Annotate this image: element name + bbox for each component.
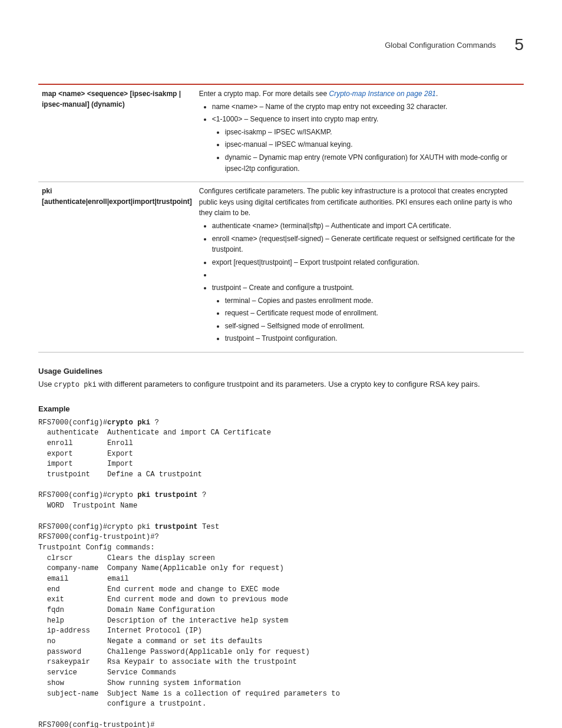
code-line: clrscr Clears the display screen — [38, 554, 215, 562]
code-line: service Service Commands — [38, 668, 176, 677]
table-row: pki [authenticate|enroll|export|import|t… — [38, 182, 524, 353]
list-item: self-signed – Selfsigned mode of enrollm… — [225, 321, 520, 332]
code-line: email email — [38, 575, 129, 583]
code-line: import Import — [38, 460, 133, 468]
code-line: company-name Company Name(Applicable onl… — [38, 564, 284, 572]
command-table: map <name> <sequence> [ipsec-isakmp | ip… — [38, 84, 524, 353]
list-item: terminal – Copies and pastes enrollment … — [225, 295, 520, 307]
page-header: Global Configuration Commands 5 — [38, 35, 524, 54]
code-line: RFS7000(config)#crypto pki trustpoint Te… — [38, 523, 219, 531]
list-item-text: trustpoint – Create and configure a trus… — [212, 284, 354, 292]
cross-ref-link[interactable]: Crypto-map Instance on page 281 — [329, 90, 436, 98]
code-line: rsakeypair Rsa Keypair to associate with… — [38, 658, 297, 666]
example-heading: Example — [38, 404, 524, 413]
desc-text: . — [436, 90, 438, 98]
desc-text: Enter a crypto map. For more details see — [199, 90, 329, 98]
code-line: show Show running system information — [38, 679, 241, 687]
list-item: request – Certificate request mode of en… — [225, 308, 520, 319]
code-line: trustpoint Define a CA trustpoint — [38, 470, 202, 479]
code-line: WORD Trustpoint Name — [38, 502, 137, 510]
list-item: trustpoint – Trustpoint configuration. — [225, 333, 520, 344]
table-row: map <name> <sequence> [ipsec-isakmp | ip… — [38, 84, 524, 182]
list-item-text: <1-1000> – Sequence to insert into crypt… — [212, 115, 379, 123]
list-item: name <name> – Name of the crypto map ent… — [212, 101, 520, 113]
code-line: export Export — [38, 450, 133, 458]
code-line: no Negate a command or set its defaults — [38, 637, 262, 645]
code-line: RFS7000(config)#crypto pki ? — [38, 419, 159, 427]
list-item: authenticate <name> (terminal|sftp) – Au… — [212, 220, 520, 232]
list-item: <1-1000> – Sequence to insert into crypt… — [212, 114, 520, 174]
desc-text: Configures certificate parameters. The p… — [199, 187, 513, 217]
bullet-list: name <name> – Name of the crypto map ent… — [199, 101, 520, 174]
code-line: configure a trustpoint. — [38, 700, 206, 708]
cmd-syntax: pki [authenticate|enroll|export|import|t… — [38, 182, 196, 353]
inline-code: crypto pki — [54, 381, 97, 389]
code-line: authenticate Authenticate and import CA … — [38, 429, 271, 437]
code-line: subject-name Subject Name is a collectio… — [38, 690, 340, 698]
code-line: RFS7000(config-trustpoint)#? — [38, 533, 159, 541]
code-line: password Challenge Password(Applicable o… — [38, 648, 310, 656]
usage-heading: Usage Guidelines — [38, 367, 524, 375]
bullet-list-nested: terminal – Copies and pastes enrollment … — [212, 295, 520, 344]
text: with different parameters to configure t… — [97, 380, 480, 388]
usage-text: Use crypto pki with different parameters… — [38, 379, 524, 390]
code-line: end End current mode and change to EXEC … — [38, 585, 280, 594]
list-item — [212, 269, 520, 281]
code-line: help Description of the interactive help… — [38, 617, 288, 625]
code-line: exit End current mode and down to previo… — [38, 595, 288, 604]
code-line: RFS7000(config)#crypto pki trustpoint ? — [38, 491, 206, 499]
code-line: RFS7000(config-trustpoint)# — [38, 721, 154, 728]
cmd-description: Enter a crypto map. For more details see… — [196, 84, 524, 182]
code-line: ip-address Internet Protocol (IP) — [38, 627, 202, 635]
cmd-syntax: map <name> <sequence> [ipsec-isakmp | ip… — [38, 84, 196, 182]
page: Global Configuration Commands 5 map <nam… — [0, 0, 562, 728]
code-line: enroll Enroll — [38, 439, 133, 447]
list-item: ipsec-manual – IPSEC w/manual keying. — [225, 139, 520, 150]
code-block: RFS7000(config)#crypto pki ? authenticat… — [38, 418, 524, 728]
cmd-description: Configures certificate parameters. The p… — [196, 182, 524, 353]
bullet-list: authenticate <name> (terminal|sftp) – Au… — [199, 220, 520, 344]
list-item: export [request|trustpoint] – Export tru… — [212, 257, 520, 268]
list-item: ipsec-isakmp – IPSEC w/ISAKMP. — [225, 127, 520, 138]
code-line: fqdn Domain Name Configuration — [38, 606, 215, 614]
list-item: enroll <name> (request|self-signed) – Ge… — [212, 233, 520, 255]
header-title: Global Configuration Commands — [385, 41, 496, 50]
bullet-list-nested: ipsec-isakmp – IPSEC w/ISAKMP. ipsec-man… — [212, 127, 520, 174]
text: Use — [38, 380, 54, 388]
list-item: trustpoint – Create and configure a trus… — [212, 282, 520, 344]
code-line: Trustpoint Config commands: — [38, 543, 154, 552]
chapter-number: 5 — [514, 35, 524, 54]
list-item: dynamic – Dynamic map entry (remote VPN … — [225, 152, 520, 174]
